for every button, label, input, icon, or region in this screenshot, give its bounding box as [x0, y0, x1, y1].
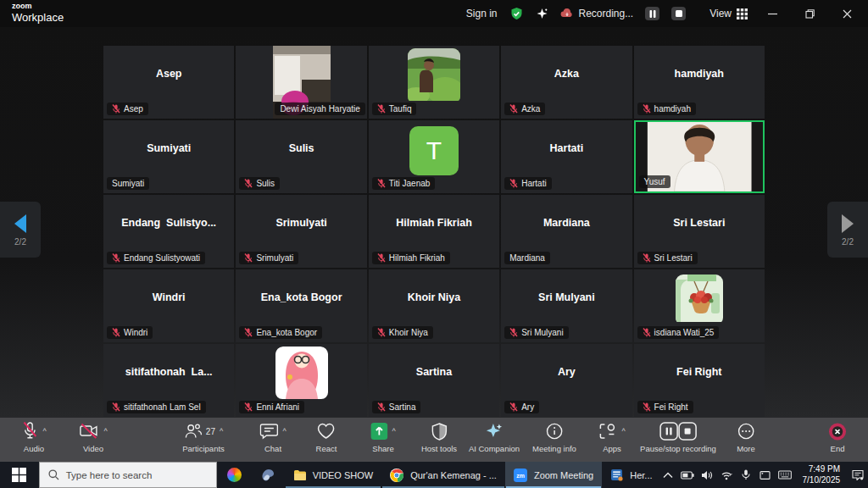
participant-label-text: Dewi Aisyah Haryatie — [280, 104, 359, 114]
ai-companion-button[interactable]: AI Companion — [469, 421, 520, 453]
taskbar-search-input[interactable]: Type here to search — [39, 462, 218, 488]
taskbar-button-zoom-meeting[interactable]: zmZoom Meeting — [505, 462, 602, 488]
video-stage: AsepAsepDewi Aisyah HaryatieTaufiqAzkaAz… — [0, 27, 868, 418]
participant-tile-sartina[interactable]: SartinaSartina — [369, 344, 499, 417]
audio-label: Audio — [24, 444, 44, 453]
chevron-up-icon[interactable]: ^ — [103, 427, 107, 435]
view-button[interactable]: View — [709, 8, 748, 19]
participant-label: Hartati — [504, 177, 551, 190]
share-label: Share — [372, 444, 393, 453]
chevron-up-icon[interactable]: ^ — [392, 427, 395, 435]
copilot-icon[interactable] — [217, 462, 251, 488]
zoom-app-icon: zm — [514, 469, 527, 482]
host-tools-button[interactable]: Host tools — [421, 421, 457, 453]
edge-3d-icon[interactable] — [251, 462, 285, 488]
tray-mic-icon[interactable] — [739, 462, 753, 488]
participant-tile-windri[interactable]: WindriWindri — [103, 269, 234, 342]
camera-muted-icon — [79, 423, 99, 440]
apps-button[interactable]: ^Apps — [598, 421, 625, 453]
mic-muted-icon — [21, 422, 38, 441]
participant-tile-mardiana[interactable]: MardianaMardiana — [501, 195, 632, 268]
taskbar-button-quran-kemenag[interactable]: Qur'an Kemenag - ... — [381, 462, 505, 488]
more-label: More — [737, 444, 755, 453]
participant-tile-hartati[interactable]: HartatiHartati — [501, 120, 632, 193]
next-page-button[interactable]: 2/2 — [827, 202, 868, 258]
previous-page-button[interactable]: 2/2 — [0, 202, 41, 258]
device-icon[interactable] — [759, 462, 772, 488]
participant-label-text: Fei Right — [654, 402, 688, 412]
audio-button[interactable]: ^Audio — [21, 421, 46, 453]
battery-icon[interactable] — [681, 462, 694, 488]
action-center-icon[interactable] — [851, 462, 865, 488]
chat-button[interactable]: ^Chat — [259, 421, 286, 453]
participant-tile-sitifathonah-lam-sel[interactable]: sitifathonah La...sitifathonah Lam Sel — [103, 344, 234, 417]
participant-label: Sri Mulyani — [504, 326, 568, 339]
video-button[interactable]: ^Video — [79, 421, 107, 453]
participant-label: Fei Right — [637, 401, 693, 413]
clock-date: 7/10/2025 — [803, 475, 841, 486]
host-tools-label: Host tools — [421, 444, 457, 453]
participant-tile-yusuf[interactable]: Yusuf — [634, 120, 765, 193]
more-button[interactable]: More — [737, 421, 755, 453]
participant-tile-srimulyati[interactable]: SrimulyatiSrimulyati — [236, 195, 366, 268]
react-button[interactable]: React — [316, 421, 337, 453]
participant-tile-endang-sulistyowati[interactable]: Endang Sulistyo...Endang Sulistyowati — [103, 195, 234, 268]
meeting-info-button[interactable]: Meeting info — [532, 421, 576, 453]
chevron-up-icon[interactable]: ^ — [621, 427, 625, 435]
share-screen-icon — [370, 423, 387, 440]
taskbar-clock[interactable]: 7:49 PM7/10/2025 — [798, 464, 846, 485]
pause-stop-recording-label: Pause/stop recording — [640, 444, 716, 453]
participant-tile-sulis[interactable]: SulisSulis — [236, 120, 366, 193]
participant-tile-ena-kota-bogor[interactable]: Ena_kota BogorEna_kota Bogor — [236, 269, 366, 342]
participant-tile-sumiyati[interactable]: SumiyatiSumiyati — [103, 120, 234, 193]
participant-tile-isdiana-wati-25[interactable]: isdiana Wati_25 — [634, 269, 765, 342]
participants-button[interactable]: 27^Participants — [182, 421, 225, 453]
participant-tile-khoir-niya[interactable]: Khoir NiyaKhoir Niya — [369, 269, 499, 342]
participant-label-text: hamdiyah — [654, 104, 691, 114]
participant-tile-hamdiyah[interactable]: hamdiyahhamdiyah — [634, 46, 765, 119]
keyboard-icon[interactable] — [778, 462, 792, 488]
minimize-button[interactable] — [760, 0, 785, 27]
taskbar-button-video-show[interactable]: VIDEO SHOW — [285, 462, 382, 488]
folder-icon — [293, 469, 306, 480]
pause-stop-recording-button[interactable]: Pause/stop recording — [640, 421, 716, 453]
chevron-up-icon[interactable]: ^ — [42, 427, 46, 435]
pause-recording-button[interactable] — [645, 7, 659, 20]
participant-tile-hilmiah-fikriah[interactable]: Hilmiah FikriahHilmiah Fikriah — [369, 195, 499, 268]
chevron-up-icon[interactable]: ^ — [220, 427, 223, 435]
participant-label-text: Titi Jaenab — [389, 179, 431, 188]
close-button[interactable] — [834, 0, 860, 27]
participant-display-name: Srimulyati — [236, 217, 366, 229]
volume-icon[interactable] — [700, 462, 714, 488]
participant-label: Endang Sulistyowati — [107, 252, 205, 264]
chevron-up-icon[interactable] — [661, 462, 675, 488]
video-label: Video — [83, 444, 103, 453]
participant-label-text: Endang Sulistyowati — [124, 253, 200, 263]
stop-recording-button[interactable] — [671, 7, 686, 20]
participant-display-name: Asep — [103, 68, 234, 80]
chevron-right-icon — [839, 214, 856, 234]
participant-tile-asep[interactable]: AsepAsep — [103, 46, 234, 119]
participant-display-name: Hilmiah Fikriah — [369, 217, 499, 229]
muted-mic-icon — [643, 104, 651, 114]
chevron-up-icon[interactable]: ^ — [282, 427, 286, 435]
participant-label-text: Sri Lestari — [654, 253, 693, 263]
participant-tile-taufiq[interactable]: Taufiq — [369, 46, 499, 119]
sparkle-icon[interactable] — [536, 8, 548, 20]
start-button[interactable] — [0, 462, 39, 488]
participant-tile-ary[interactable]: AryAry — [501, 344, 632, 417]
participant-tile-azka[interactable]: AzkaAzka — [501, 46, 632, 119]
sign-in-button[interactable]: Sign in — [466, 8, 498, 19]
participant-tile-sri-mulyani[interactable]: Sri MulyaniSri Mulyani — [501, 269, 632, 342]
participant-tile-enni-afriani[interactable]: Enni Afriani — [236, 344, 366, 417]
participant-tile-dewi-aisyah-haryatie[interactable]: Dewi Aisyah Haryatie — [236, 46, 366, 119]
end-button[interactable]: End — [829, 421, 847, 453]
maximize-button[interactable] — [797, 0, 822, 27]
participant-tile-titi-jaenab[interactable]: TTiti Jaenab — [369, 120, 499, 193]
taskbar-button-her-document[interactable]: Her... — [602, 462, 660, 488]
muted-mic-icon — [509, 104, 518, 114]
participant-tile-sri-lestari[interactable]: Sri LestariSri Lestari — [634, 195, 765, 268]
participant-tile-fei-right[interactable]: Fei RightFei Right — [634, 344, 765, 417]
share-button[interactable]: ^Share — [370, 421, 395, 453]
network-icon[interactable] — [720, 462, 733, 488]
